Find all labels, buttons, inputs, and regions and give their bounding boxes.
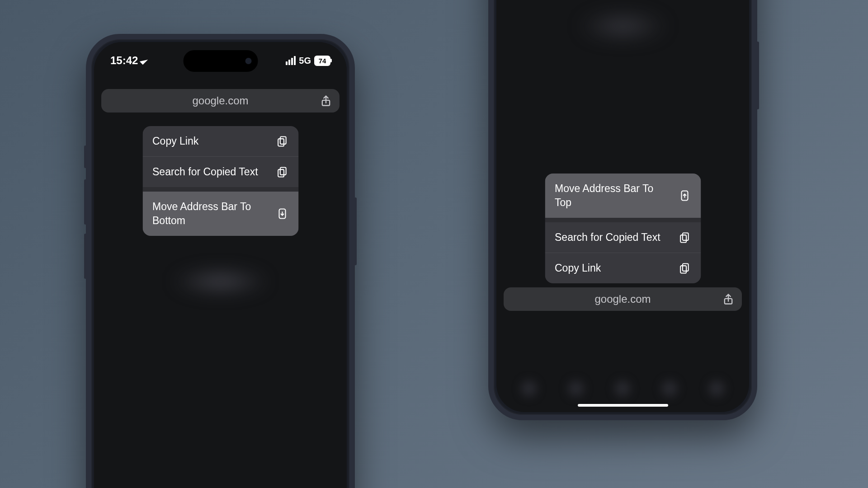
svg-rect-4 [278, 169, 284, 177]
toolbar-icon [614, 380, 631, 397]
menu-group-divider [142, 187, 298, 192]
copy-icon [276, 135, 288, 148]
toolbar-icon [568, 380, 584, 397]
move-up-icon [678, 189, 691, 202]
phone-mockup-right: Move Address Bar To Top Search for Copie… [488, 0, 757, 420]
phone-button [84, 179, 87, 225]
phone-button [84, 145, 87, 168]
svg-rect-7 [682, 233, 688, 240]
phone-screen: Move Address Bar To Top Search for Copie… [496, 0, 749, 412]
clipboard-search-icon [276, 166, 288, 178]
svg-rect-3 [280, 167, 286, 174]
toolbar-icon [708, 380, 725, 397]
svg-rect-1 [280, 136, 286, 144]
bottom-toolbar-blurred [505, 379, 740, 399]
menu-move-address-bar-bottom[interactable]: Move Address Bar To Bottom [142, 192, 298, 236]
phone-mockup-left: 15:42 5G 74 google.com Copy Link [86, 34, 355, 488]
signal-icon [286, 56, 296, 65]
battery-icon: 74 [314, 56, 330, 66]
phone-button [354, 197, 357, 265]
svg-rect-10 [680, 266, 686, 273]
menu-search-copied[interactable]: Search for Copied Text [545, 222, 701, 253]
svg-rect-8 [680, 235, 686, 242]
blurred-page-content [171, 268, 270, 295]
phone-screen: 15:42 5G 74 google.com Copy Link [94, 42, 347, 488]
svg-rect-2 [278, 139, 284, 146]
address-url: google.com [192, 94, 248, 107]
toolbar-icon [521, 380, 537, 397]
home-indicator[interactable] [578, 404, 668, 407]
address-url: google.com [594, 293, 651, 305]
menu-group-divider [545, 218, 701, 222]
blurred-page-content [578, 13, 668, 40]
copy-icon [678, 262, 691, 275]
share-icon[interactable] [722, 293, 735, 305]
menu-move-address-bar-top[interactable]: Move Address Bar To Top [545, 174, 701, 218]
phone-button [84, 234, 87, 279]
menu-search-copied[interactable]: Search for Copied Text [142, 157, 298, 187]
location-icon [140, 56, 148, 65]
context-menu: Move Address Bar To Top Search for Copie… [545, 174, 701, 283]
clipboard-search-icon [678, 231, 691, 244]
dynamic-island [183, 50, 258, 72]
status-time: 15:42 [110, 54, 138, 67]
context-menu: Copy Link Search for Copied Text Move Ad… [142, 126, 298, 236]
svg-rect-9 [682, 263, 688, 271]
phone-button [756, 42, 759, 109]
move-down-icon [276, 207, 288, 220]
network-label: 5G [299, 56, 311, 66]
share-icon[interactable] [320, 94, 332, 107]
toolbar-icon [661, 380, 678, 397]
menu-copy-link[interactable]: Copy Link [142, 126, 298, 156]
menu-copy-link[interactable]: Copy Link [545, 253, 701, 283]
address-bar[interactable]: google.com [504, 287, 742, 311]
address-bar[interactable]: google.com [101, 89, 340, 113]
